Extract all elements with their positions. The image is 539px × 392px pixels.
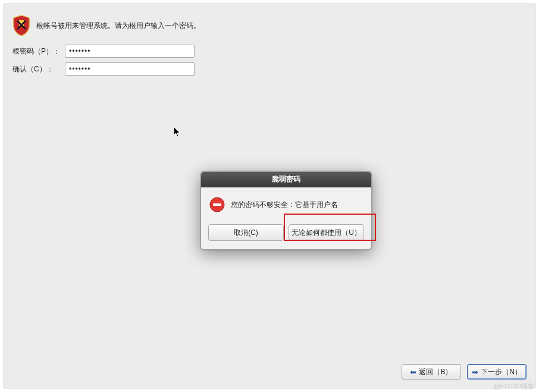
confirm-password-label: 确认（C）：	[12, 64, 61, 74]
password-form: 根密码（P）： 确认（C）：	[4, 41, 535, 76]
arrow-right-icon: ➡	[472, 368, 478, 377]
dialog-body: 您的密码不够安全：它基于用户名	[201, 187, 371, 221]
error-icon	[209, 197, 225, 212]
shield-icon	[12, 15, 30, 36]
root-password-input[interactable]	[65, 45, 195, 58]
dialog-buttons: 取消(C) 无论如何都使用（U）	[201, 221, 371, 249]
next-button[interactable]: ➡ 下一步（N）	[467, 364, 527, 380]
dialog-message: 您的密码不够安全：它基于用户名	[231, 200, 338, 210]
main-panel: 根帐号被用来管理系统。请为根用户输入一个密码。 根密码（P）： 确认（C）： 脆…	[4, 4, 535, 388]
weak-password-dialog: 脆弱密码 您的密码不够安全：它基于用户名 取消(C) 无论如何都使用（U）	[200, 171, 372, 250]
next-button-label: 下一步（N）	[481, 367, 522, 377]
header-row: 根帐号被用来管理系统。请为根用户输入一个密码。	[4, 4, 535, 41]
footer-buttons: ⬅ 返回（B） ➡ 下一步（N）	[402, 364, 527, 380]
watermark: @51CTO博客	[494, 382, 534, 391]
mouse-cursor	[173, 126, 181, 138]
back-button-label: 返回（B）	[419, 367, 452, 377]
password-row: 根密码（P）：	[12, 45, 528, 58]
root-password-label: 根密码（P）：	[12, 46, 61, 57]
cancel-button[interactable]: 取消(C)	[208, 224, 284, 241]
dialog-title: 脆弱密码	[201, 172, 371, 187]
svg-rect-4	[213, 203, 221, 206]
arrow-left-icon: ⬅	[410, 368, 416, 377]
confirm-password-input[interactable]	[65, 62, 195, 76]
header-text: 根帐号被用来管理系统。请为根用户输入一个密码。	[36, 21, 200, 31]
confirm-row: 确认（C）：	[12, 62, 528, 76]
use-anyway-button[interactable]: 无论如何都使用（U）	[289, 224, 364, 241]
back-button[interactable]: ⬅ 返回（B）	[402, 364, 461, 380]
